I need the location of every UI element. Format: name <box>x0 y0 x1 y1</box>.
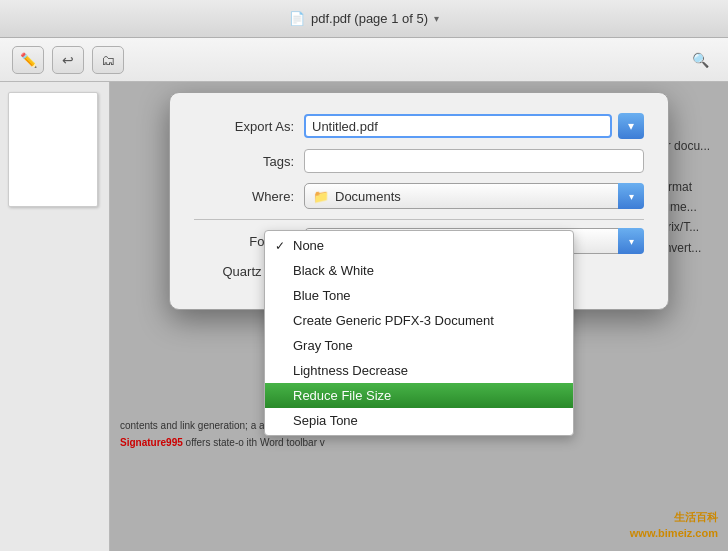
where-row: Where: 📁 Documents ▾ <box>194 183 644 209</box>
where-dropdown-arrow[interactable]: ▾ <box>618 183 644 209</box>
export-dropdown-button[interactable]: ▾ <box>618 113 644 139</box>
menu-item-black-white[interactable]: Black & White <box>265 258 573 283</box>
where-label: Where: <box>194 189 304 204</box>
search-icon[interactable]: 🔍 <box>684 46 716 74</box>
menu-item-reduce-file-size-label: Reduce File Size <box>293 388 391 403</box>
menu-item-sepia-tone-label: Sepia Tone <box>293 413 358 428</box>
menu-item-none[interactable]: None <box>265 233 573 258</box>
tags-label: Tags: <box>194 154 304 169</box>
menu-item-create-pdfx3-label: Create Generic PDFX-3 Document <box>293 313 494 328</box>
menu-item-blue-tone-label: Blue Tone <box>293 288 351 303</box>
thumbnail-panel <box>0 82 110 551</box>
menu-item-sepia-tone[interactable]: Sepia Tone <box>265 408 573 433</box>
where-value: Documents <box>335 189 401 204</box>
bottom-text-line2: Signature995 <box>120 437 183 448</box>
thumbnail-page-1[interactable] <box>8 92 98 207</box>
menu-item-lightness-decrease-label: Lightness Decrease <box>293 363 408 378</box>
watermark: 生活百科www.bimeiz.com <box>630 510 718 541</box>
title-icon: 📄 <box>289 11 305 26</box>
main-content: d easily! lution for your docu... to you… <box>110 82 728 551</box>
toolbar: ✏️ ↩ 🗂 🔍 <box>0 38 728 82</box>
export-label: Export As: <box>194 119 304 134</box>
bottom-text-line3: offers state-o <box>186 437 244 448</box>
menu-item-lightness-decrease[interactable]: Lightness Decrease <box>265 358 573 383</box>
title-bar: 📄 pdf.pdf (page 1 of 5) ▾ <box>0 0 728 38</box>
export-button[interactable]: 🗂 <box>92 46 124 74</box>
bottom-text-line1: contents and link generation; a <box>120 420 256 431</box>
where-display[interactable]: 📁 Documents <box>304 183 644 209</box>
menu-item-gray-tone-label: Gray Tone <box>293 338 353 353</box>
format-dropdown-arrow[interactable]: ▾ <box>618 228 644 254</box>
tags-row: Tags: <box>194 149 644 173</box>
menu-item-create-pdfx3[interactable]: Create Generic PDFX-3 Document <box>265 308 573 333</box>
menu-item-black-white-label: Black & White <box>293 263 374 278</box>
tags-input[interactable] <box>304 149 644 173</box>
menu-item-none-label: None <box>293 238 324 253</box>
where-select-wrapper: 📁 Documents ▾ <box>304 183 644 209</box>
title-chevron-icon[interactable]: ▾ <box>434 13 439 24</box>
window-title: pdf.pdf (page 1 of 5) <box>311 11 428 26</box>
quartz-filter-dropdown: None Black & White Blue Tone Create Gene… <box>264 230 574 436</box>
folder-icon: 📁 <box>313 189 329 204</box>
menu-item-reduce-file-size[interactable]: Reduce File Size <box>265 383 573 408</box>
export-input[interactable] <box>304 114 612 138</box>
divider <box>194 219 644 220</box>
word-toolbar-text: ith Word toolbar v <box>247 437 325 448</box>
back-button[interactable]: ↩ <box>52 46 84 74</box>
export-as-row: Export As: ▾ <box>194 113 644 139</box>
menu-item-gray-tone[interactable]: Gray Tone <box>265 333 573 358</box>
menu-item-blue-tone[interactable]: Blue Tone <box>265 283 573 308</box>
annotate-button[interactable]: ✏️ <box>12 46 44 74</box>
